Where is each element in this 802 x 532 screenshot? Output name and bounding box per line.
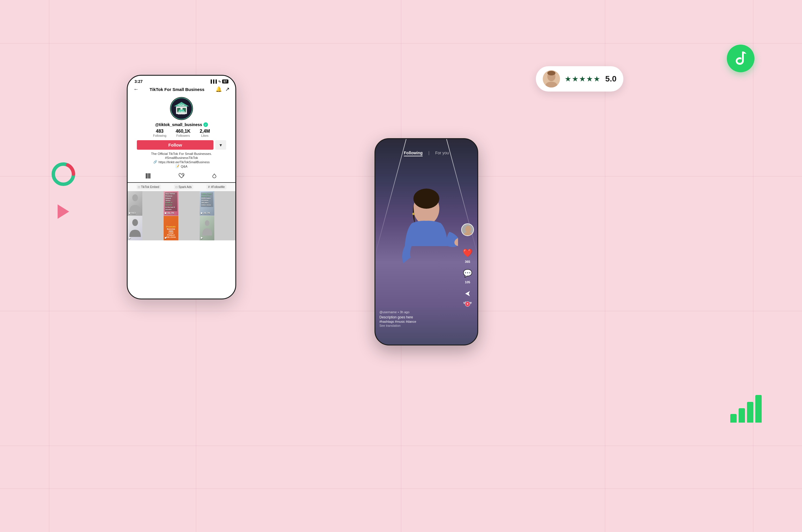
more-button[interactable]: ▼: [215, 140, 226, 150]
feed-avatar-item[interactable]: +: [461, 223, 474, 236]
feed-bottom-info: @username • 3h ago Description goes here…: [379, 310, 457, 327]
feed-description: Description goes here: [379, 315, 457, 319]
heart-icon: ❤️: [461, 246, 474, 259]
following-stat: 483 Following: [153, 129, 166, 137]
feed-actions: + ❤️ 365 💬 105 share: [461, 223, 474, 304]
status-bar: 3:27 ▐▐▐ ∿ 97: [128, 76, 235, 85]
thumb-content-2: How TikTok Promote helped Janay: $100K i…: [165, 192, 177, 211]
status-icons: ▐▐▐ ∿ 97: [209, 79, 229, 83]
svg-point-13: [132, 194, 138, 201]
rating-score: 5.0: [605, 74, 617, 83]
verified-badge: ✓: [203, 122, 208, 127]
play-icon: [53, 202, 73, 222]
followers-number: 460,1K: [176, 129, 191, 134]
feed-hashtags: #hashtags #music #dance: [379, 320, 457, 323]
following-number: 483: [153, 129, 166, 134]
videos-icon: [145, 173, 152, 179]
avatar-inner: TikTok: For Small Business: [170, 98, 193, 119]
svg-point-26: [547, 71, 555, 75]
see-translation[interactable]: See translation: [379, 324, 457, 327]
time-display: 3:27: [134, 79, 143, 84]
embed-icon: □: [138, 185, 140, 189]
for-you-tab[interactable]: For you: [435, 151, 449, 156]
svg-point-12: [182, 174, 183, 176]
video-thumb-1[interactable]: ▶843: [128, 191, 142, 216]
stats-row: 483 Following 460,1K Followers 2,4M Like…: [132, 129, 231, 137]
embed-label: TikTok Embed: [141, 185, 159, 189]
tab-videos[interactable]: [140, 172, 158, 182]
bar-chart-float: [730, 395, 762, 423]
tiktok-note-icon: [733, 50, 748, 66]
svg-text:For Small: For Small: [178, 111, 185, 113]
bio-line2: #SmallBusinessTikTok: [151, 156, 212, 159]
tab-liked[interactable]: [172, 172, 190, 182]
following-tab[interactable]: Following: [404, 151, 423, 156]
follow-button[interactable]: Follow: [137, 140, 214, 150]
svg-point-14: [132, 219, 138, 226]
feed-comment-item[interactable]: 💬 105: [461, 267, 474, 284]
feed-username: @username • 3h ago: [379, 310, 457, 314]
spark-ads-btn[interactable]: □ Spark Ads: [174, 185, 194, 189]
bar-3: [747, 402, 753, 423]
comment-count: 105: [465, 280, 470, 284]
tiktok-embed-btn[interactable]: □ TikTok Embed: [136, 185, 161, 189]
bio-line1: The Official TikTok For Small Businesses…: [151, 152, 212, 155]
left-phone: 3:27 ▐▐▐ ∿ 97 ← TikTok For Small Busines…: [127, 75, 236, 299]
profile-section: TikTok: For Small Business @tiktok_small…: [128, 95, 235, 169]
person-figure: [395, 189, 458, 281]
likes-stat: 2,4M Likes: [200, 129, 210, 137]
video-thumb-3[interactable]: helped Lady Block Tie: 910% sales increa…: [200, 191, 214, 216]
video-count-6: ▶: [201, 236, 203, 239]
bio-section: The Official TikTok For Small Businesses…: [146, 152, 216, 168]
likes-label: Likes: [200, 134, 210, 137]
svg-point-17: [413, 189, 439, 209]
signal-icon: ▐▐▐: [209, 79, 217, 83]
bio-link[interactable]: 🔗 https://linktr.ee/TikTokSmallBusiness: [151, 160, 212, 164]
like-count: 365: [465, 260, 470, 263]
svg-rect-11: [149, 173, 150, 178]
share-icon[interactable]: ↗: [225, 86, 230, 92]
svg-marker-24: [58, 204, 69, 219]
video-thumb-6[interactable]: ▶: [200, 216, 214, 240]
qa-icon: 📝: [176, 164, 180, 168]
feed-like-item[interactable]: ❤️ 365: [461, 246, 474, 263]
nav-bar: ← TikTok For Small Business 🔔 ↗: [128, 85, 235, 95]
tab-saved[interactable]: [205, 172, 223, 182]
back-button[interactable]: ←: [133, 87, 139, 92]
bell-icon[interactable]: 🔔: [216, 86, 222, 92]
video-thumb-5[interactable]: Promote Success stats 3,532 Product link…: [164, 216, 178, 240]
feed-divider: |: [429, 151, 430, 156]
rating-avatar: [543, 70, 560, 88]
svg-point-15: [205, 220, 209, 226]
feed-avatar: [461, 223, 474, 236]
video-count-4: ▶: [129, 236, 131, 239]
video-grid: ▶843 How TikTok Promote helped Janay: $1…: [128, 191, 235, 240]
share-icon: [461, 287, 474, 300]
video-thumb-2[interactable]: How TikTok Promote helped Janay: $100K i…: [164, 191, 178, 216]
followers-label: Followers: [176, 134, 191, 137]
followme-btn[interactable]: # #FollowMe: [206, 185, 226, 189]
tab-icons: [128, 169, 235, 183]
username-row: @tiktok_small_business ✓: [155, 122, 208, 127]
likes-number: 2,4M: [200, 129, 210, 134]
thumb-content-3: helped Lady Block Tie: 910% sales increa…: [201, 192, 213, 207]
rating-card: ★★★★★ 5.0: [536, 66, 623, 92]
tiktok-logo-float: [727, 45, 754, 72]
video-thumb-4[interactable]: ▶: [128, 216, 142, 240]
bar-2: [739, 408, 745, 423]
video-count-3: ▶26.7K: [201, 212, 210, 214]
rating-stars: ★★★★★: [565, 75, 601, 83]
video-count-2: ▶31.7K: [165, 212, 174, 214]
bio-qa[interactable]: 📝 Q&A: [151, 164, 212, 168]
play-button-float[interactable]: [53, 202, 73, 223]
username-text: @tiktok_small_business: [155, 122, 202, 127]
svg-point-19: [412, 213, 415, 215]
link-icon: 🔗: [153, 160, 157, 164]
ring-donut-svg: [50, 161, 76, 187]
liked-icon: [178, 173, 185, 179]
bar-4: [755, 395, 762, 423]
rating-person-svg: [543, 70, 560, 88]
avatar: TikTok: For Small Business: [170, 97, 193, 120]
video-count-1: ▶843: [129, 212, 136, 214]
bar-1: [730, 414, 736, 423]
